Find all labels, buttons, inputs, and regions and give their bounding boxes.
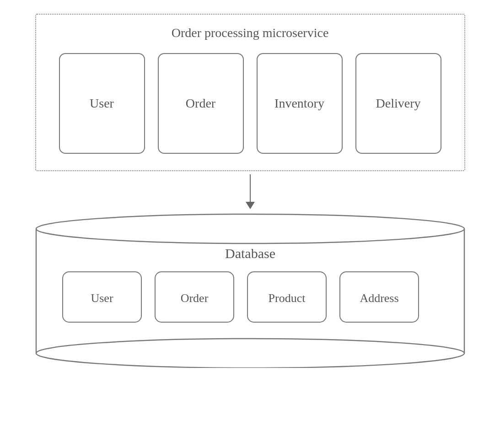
database-svg: Database User Order Product Address [35, 212, 465, 368]
svg-point-3 [36, 339, 464, 368]
service-box-user: User [59, 53, 145, 154]
service-box-inventory-label: Inventory [274, 96, 324, 111]
service-box-delivery: Delivery [355, 53, 441, 154]
arrow-head [246, 202, 255, 209]
microservice-title: Order processing microservice [172, 26, 329, 40]
service-boxes: User Order Inventory Delivery [59, 53, 441, 154]
svg-point-4 [36, 214, 464, 243]
database-cylinder-wrapper: Database User Order Product Address [35, 212, 465, 370]
svg-text:Database: Database [225, 246, 275, 261]
service-box-delivery-label: Delivery [376, 96, 421, 111]
diagram-container: Order processing microservice User Order… [22, 14, 479, 435]
arrow-line [250, 174, 251, 202]
svg-text:Address: Address [360, 291, 398, 305]
service-box-order-label: Order [186, 96, 215, 111]
svg-text:Order: Order [180, 291, 208, 305]
svg-text:Product: Product [268, 291, 306, 305]
service-box-user-label: User [90, 96, 114, 111]
svg-text:User: User [91, 291, 113, 305]
service-box-order: Order [158, 53, 244, 154]
arrow-container [246, 171, 255, 212]
microservice-box: Order processing microservice User Order… [35, 14, 465, 171]
service-box-inventory: Inventory [257, 53, 343, 154]
